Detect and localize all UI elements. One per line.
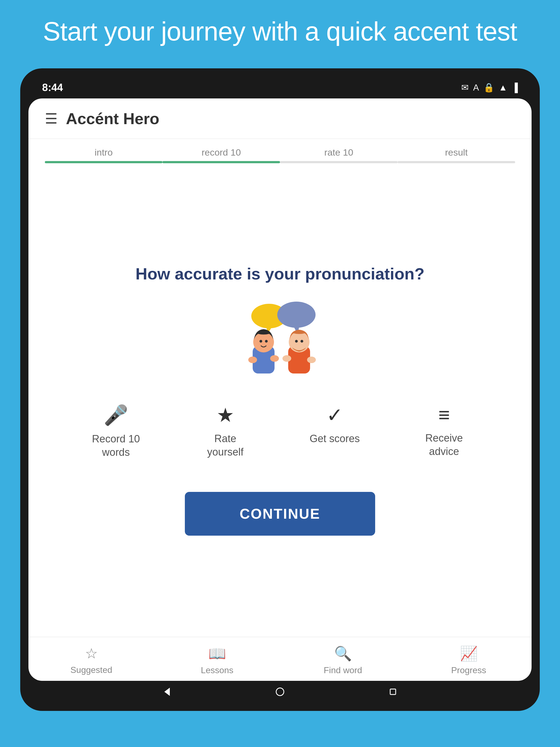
step-result-bar <box>398 161 515 163</box>
microphone-icon: 🎤 <box>104 404 128 427</box>
app-title: Accént Hero <box>66 109 159 128</box>
back-button[interactable] <box>160 685 174 699</box>
nav-find-word-label: Find word <box>324 665 362 675</box>
system-nav <box>28 681 532 703</box>
app-header: ☰ Accént Hero <box>28 98 532 139</box>
recents-button[interactable] <box>386 685 400 699</box>
search-icon: 🔍 <box>334 645 352 662</box>
nav-lessons[interactable]: 📖 Lessons <box>154 645 280 675</box>
pronunciation-question: How accurate is your pronunciation? <box>136 264 425 283</box>
lock-icon: 🔒 <box>483 82 494 93</box>
mail-icon: ✉ <box>461 82 469 93</box>
svg-point-9 <box>270 355 279 362</box>
feature-rate-label: Rate yourself <box>198 432 253 459</box>
svg-point-8 <box>248 357 257 363</box>
feature-advice: ≡ Receive advice <box>417 404 472 459</box>
battery-icon: ▐ <box>512 83 518 93</box>
list-icon: ≡ <box>438 404 450 426</box>
step-intro-label: intro <box>95 147 113 158</box>
page-header: Start your journey with a quick accent t… <box>0 0 560 68</box>
nav-find-word[interactable]: 🔍 Find word <box>280 645 406 675</box>
status-time: 8:44 <box>42 82 63 94</box>
progress-icon: 📈 <box>460 645 478 662</box>
step-rate10-label: rate 10 <box>324 147 353 158</box>
svg-point-2 <box>277 302 315 328</box>
svg-rect-18 <box>390 689 396 695</box>
app-content: ☰ Accént Hero intro record 10 rate 10 re… <box>28 98 532 681</box>
suggested-icon: ☆ <box>85 645 98 662</box>
step-rate10-bar <box>280 161 398 163</box>
nav-lessons-label: Lessons <box>201 665 233 675</box>
step-rate10: rate 10 <box>280 147 398 163</box>
svg-point-7 <box>265 340 268 343</box>
features-row: 🎤 Record 10 words ★ Rate yourself ✓ Get … <box>50 398 510 465</box>
page-title: Start your journey with a quick accent t… <box>27 17 533 47</box>
a-icon: A <box>473 83 479 93</box>
star-icon: ★ <box>217 404 234 427</box>
svg-point-12 <box>295 340 298 343</box>
svg-marker-16 <box>164 688 170 696</box>
svg-point-13 <box>301 340 303 343</box>
step-result-label: result <box>445 147 467 158</box>
wifi-icon: ▲ <box>499 83 508 93</box>
continue-button[interactable]: CONTINUE <box>185 492 375 536</box>
bottom-nav: ☆ Suggested 📖 Lessons 🔍 Find word 📈 Prog… <box>28 637 532 681</box>
svg-point-6 <box>259 340 262 343</box>
feature-record: 🎤 Record 10 words <box>88 404 143 459</box>
feature-scores: ✓ Get scores <box>307 404 362 459</box>
nav-progress[interactable]: 📈 Progress <box>406 645 532 675</box>
feature-scores-label: Get scores <box>309 432 360 445</box>
lessons-icon: 📖 <box>208 645 226 662</box>
step-record10-label: record 10 <box>202 147 241 158</box>
progress-steps: intro record 10 rate 10 result <box>28 139 532 163</box>
nav-progress-label: Progress <box>451 665 486 675</box>
step-result: result <box>398 147 515 163</box>
status-bar: 8:44 ✉ A 🔒 ▲ ▐ <box>28 77 532 98</box>
nav-suggested-label: Suggested <box>70 665 112 675</box>
device-frame: 8:44 ✉ A 🔒 ▲ ▐ ☰ Accént Hero intro recor… <box>20 68 540 711</box>
svg-point-14 <box>282 355 291 362</box>
svg-point-11 <box>289 332 309 353</box>
step-intro: intro <box>45 147 162 163</box>
svg-point-15 <box>307 357 316 363</box>
feature-rate: ★ Rate yourself <box>198 404 253 459</box>
step-intro-bar <box>45 161 162 163</box>
illustration <box>233 300 327 376</box>
feature-advice-label: Receive advice <box>417 432 472 459</box>
nav-suggested[interactable]: ☆ Suggested <box>28 645 154 675</box>
step-record10-bar <box>162 161 280 163</box>
status-icons: ✉ A 🔒 ▲ ▐ <box>461 82 518 93</box>
step-record10: record 10 <box>162 147 280 163</box>
home-button[interactable] <box>273 685 287 699</box>
menu-icon[interactable]: ☰ <box>45 110 58 127</box>
svg-point-17 <box>276 688 284 696</box>
checkmark-icon: ✓ <box>327 404 343 427</box>
feature-record-label: Record 10 words <box>88 432 143 459</box>
main-content: How accurate is your pronunciation? <box>28 163 532 637</box>
